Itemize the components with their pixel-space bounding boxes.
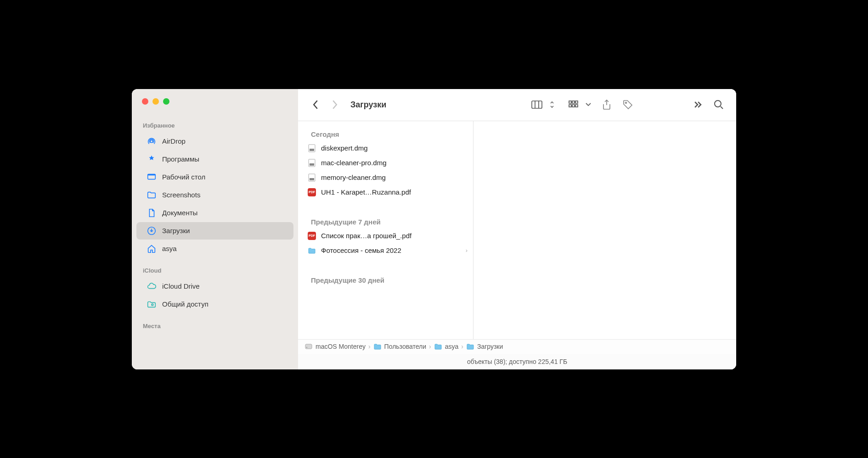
chevron-right-icon: › (466, 247, 468, 254)
sidebar-item-label: AirDrop (162, 137, 186, 145)
preview-pane (473, 121, 736, 339)
columns-view-icon (528, 96, 546, 113)
content-area: Сегодня diskexpert.dmg mac-cleaner-pro.d… (298, 121, 736, 339)
svg-rect-8 (569, 101, 571, 103)
file-row[interactable]: mac-cleaner-pro.dmg (298, 156, 473, 170)
sidebar-item-screenshots[interactable]: Screenshots (136, 186, 293, 204)
file-name: diskexpert.dmg (321, 144, 468, 152)
svg-rect-12 (572, 105, 575, 107)
overflow-button[interactable] (688, 96, 707, 113)
file-name: UH1 - Karapet…Ruzanna.pdf (321, 188, 468, 196)
sidebar-item-documents[interactable]: Документы (136, 204, 293, 222)
file-row[interactable]: Фотосессия - семья 2022› (298, 243, 473, 258)
path-bar: macOS Monterey › Пользователи › asya › З… (298, 339, 736, 354)
sidebar-item-airdrop[interactable]: AirDrop (136, 133, 293, 150)
pdf-icon: PDF (307, 231, 316, 240)
file-row[interactable]: PDFUH1 - Karapet…Ruzanna.pdf (298, 185, 473, 200)
path-separator: › (368, 343, 371, 350)
svg-rect-18 (310, 149, 314, 151)
chevron-down-icon (585, 96, 592, 113)
svg-rect-10 (575, 101, 578, 103)
toolbar: Загрузки (298, 89, 736, 121)
folder-icon (307, 246, 316, 255)
path-segment[interactable]: Пользователи (373, 342, 426, 351)
sidebar-item-label: Общий доступ (162, 300, 209, 308)
dmg-icon (307, 158, 316, 168)
window-title: Загрузки (350, 100, 386, 110)
folder-icon (147, 190, 157, 200)
path-label: macOS Monterey (316, 343, 366, 350)
dmg-icon (307, 144, 316, 153)
status-text: объекты (38); доступно 225,41 ГБ (467, 358, 567, 365)
group-header: Сегодня (298, 126, 473, 141)
sidebar-section-label: Избранное (132, 120, 298, 131)
svg-rect-9 (572, 101, 575, 103)
file-name: Список прак…а грошей_.pdf (321, 232, 468, 240)
sidebar-item-label: iCloud Drive (162, 282, 200, 290)
sidebar-items: AirDrop Программы Рабочий стол Screensho… (132, 133, 298, 257)
column-pane[interactable]: Сегодня diskexpert.dmg mac-cleaner-pro.d… (298, 121, 473, 339)
path-segment[interactable]: Загрузки (466, 342, 503, 351)
svg-rect-5 (532, 101, 542, 108)
document-icon (147, 208, 157, 218)
svg-rect-11 (569, 105, 571, 107)
svg-rect-20 (310, 163, 314, 166)
view-mode-control[interactable] (525, 96, 559, 113)
path-label: Пользователи (384, 343, 426, 350)
svg-rect-2 (148, 174, 156, 175)
sidebar-item-home[interactable]: asya (136, 240, 293, 257)
sidebar-item-label: Screenshots (162, 191, 200, 199)
file-name: memory-cleaner.dmg (321, 173, 468, 181)
file-row[interactable]: diskexpert.dmg (298, 141, 473, 156)
sidebar-item-label: asya (162, 245, 177, 252)
sidebar-item-label: Программы (162, 155, 199, 163)
home-icon (147, 244, 157, 254)
sidebar-section-label: Места (132, 321, 298, 331)
share-button[interactable] (597, 96, 616, 113)
shared-icon (147, 299, 157, 309)
sidebar-item-shared[interactable]: Общий доступ (136, 296, 293, 313)
sidebar-item-desktop[interactable]: Рабочий стол (136, 168, 293, 186)
file-name: Фотосессия - семья 2022 (321, 246, 461, 254)
sidebar-section-icloud: iCloud iCloud Drive Общий доступ (132, 263, 298, 313)
apps-icon (147, 154, 157, 164)
group-header: Предыдущие 30 дней (298, 272, 473, 287)
svg-point-24 (306, 347, 307, 348)
maximize-window-button[interactable] (163, 98, 169, 105)
svg-point-0 (150, 140, 153, 143)
cloud-icon (147, 281, 157, 291)
path-segment[interactable]: asya (434, 342, 459, 351)
svg-point-4 (152, 304, 153, 306)
dmg-icon (307, 173, 316, 182)
sidebar-items: iCloud Drive Общий доступ (132, 278, 298, 313)
sidebar-section-favorites: Избранное AirDrop Программы Рабочий стол… (132, 117, 298, 258)
group-header: Предыдущие 7 дней (298, 213, 473, 229)
search-button[interactable] (710, 96, 728, 113)
status-bar: объекты (38); доступно 225,41 ГБ (298, 354, 736, 369)
path-separator: › (429, 343, 431, 350)
sidebar-item-label: Загрузки (162, 227, 190, 235)
sidebar-item-icloud[interactable]: iCloud Drive (136, 278, 293, 295)
finder-window: Избранное AirDrop Программы Рабочий стол… (132, 89, 736, 369)
forward-button[interactable] (327, 96, 343, 113)
svg-rect-13 (575, 105, 578, 107)
file-row[interactable]: memory-cleaner.dmg (298, 170, 473, 185)
sidebar-item-downloads[interactable]: Загрузки (136, 222, 293, 240)
group-by-button[interactable] (562, 96, 595, 113)
sidebar-item-applications[interactable]: Программы (136, 151, 293, 168)
updown-icon (548, 96, 556, 113)
svg-line-16 (721, 106, 723, 109)
main-pane: Загрузки Сегодня diskexpert.dmg mac-clea… (298, 89, 736, 369)
minimize-window-button[interactable] (152, 98, 159, 105)
desktop-icon (147, 172, 157, 182)
svg-rect-23 (305, 344, 312, 349)
file-row[interactable]: PDFСписок прак…а грошей_.pdf (298, 229, 473, 243)
tags-button[interactable] (619, 96, 637, 113)
svg-rect-22 (310, 178, 314, 180)
download-icon (147, 226, 157, 236)
sidebar-section-locations: Места (132, 318, 298, 331)
close-window-button[interactable] (142, 98, 148, 105)
back-button[interactable] (307, 96, 324, 113)
path-segment[interactable]: macOS Monterey (304, 342, 366, 351)
sidebar-item-label: Рабочий стол (162, 173, 205, 181)
